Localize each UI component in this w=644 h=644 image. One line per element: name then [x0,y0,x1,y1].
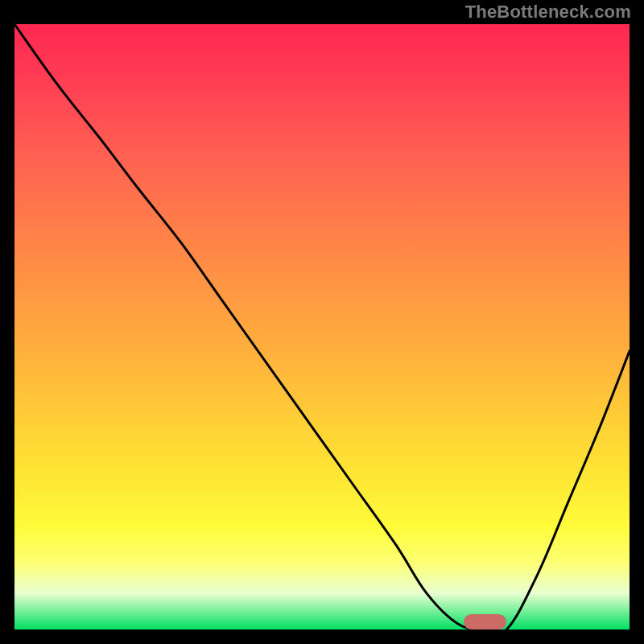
attribution-text: TheBottleneck.com [465,2,631,23]
chart-frame: TheBottleneck.com [0,0,644,644]
curve-path [14,24,630,630]
bottleneck-curve [14,24,630,630]
plot-area [14,24,630,630]
optimal-marker [464,614,506,630]
